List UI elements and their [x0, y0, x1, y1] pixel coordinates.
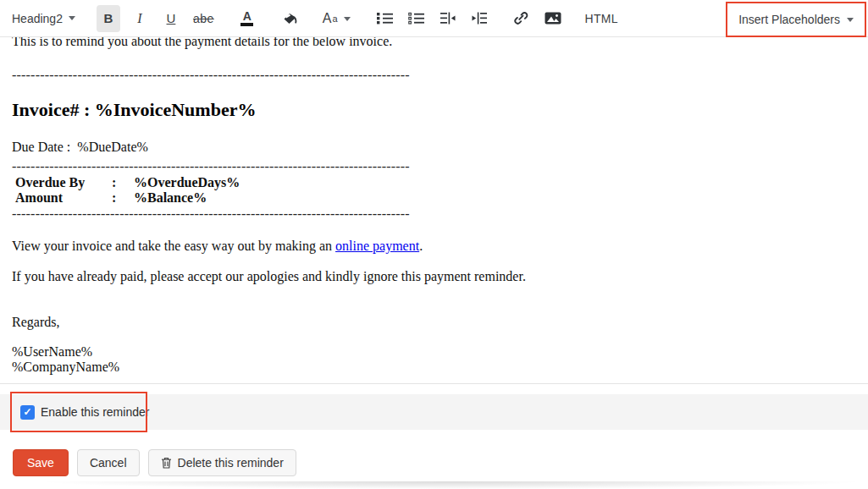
fill-color-button[interactable]	[278, 5, 301, 32]
overdue-label: Overdue By	[15, 175, 112, 190]
bold-button[interactable]: B	[97, 5, 120, 32]
save-button[interactable]: Save	[13, 449, 69, 476]
insert-placeholders-button[interactable]: Insert Placeholders	[727, 13, 865, 26]
delete-reminder-label: Delete this reminder	[178, 457, 284, 469]
chevron-down-icon	[344, 17, 351, 21]
invoice-heading: Invoice# : %InvoiceNumber%	[12, 99, 856, 120]
divider-line: ----------------------------------------…	[12, 208, 410, 219]
divider-line: ----------------------------------------…	[12, 69, 410, 80]
italic-button[interactable]: I	[128, 5, 152, 32]
overdue-table: Overdue By : %OverdueDays% Amount : %Bal…	[12, 175, 856, 206]
ordered-list-icon	[408, 12, 424, 25]
view-invoice-line: View your invoice and take the easy way …	[12, 238, 856, 254]
font-size-icon: A a	[323, 12, 351, 25]
online-payment-link[interactable]: online payment	[335, 239, 419, 253]
insert-placeholders-label: Insert Placeholders	[738, 13, 840, 26]
bullet-list-button[interactable]	[373, 5, 397, 32]
insert-image-button[interactable]	[541, 5, 565, 32]
font-size-select[interactable]: A a	[320, 5, 355, 32]
underline-button[interactable]: U	[159, 5, 183, 32]
heading-style-label: Heading2	[12, 12, 63, 25]
insert-placeholders-annotation: Insert Placeholders	[726, 2, 866, 37]
outdent-icon	[440, 12, 456, 25]
enable-reminder-checkbox[interactable]: ✓	[20, 405, 35, 420]
editor-toolbar: Heading2 B I U abe A	[0, 0, 868, 37]
paint-bucket-icon	[282, 11, 297, 25]
overdue-value: %OverdueDays%	[134, 175, 240, 190]
amount-row: Amount : %Balance%	[15, 190, 856, 206]
amount-value: %Balance%	[134, 190, 207, 206]
chevron-down-icon	[847, 18, 854, 22]
image-icon	[545, 12, 561, 25]
indent-icon	[472, 12, 487, 25]
reminder-template-editor: Heading2 B I U abe A	[0, 0, 868, 489]
html-source-button[interactable]: HTML	[572, 5, 621, 32]
chevron-down-icon	[69, 16, 75, 20]
due-date-line: Due Date : %DueDate%	[12, 140, 856, 155]
username-placeholder: %UserName%	[12, 344, 856, 360]
companyname-placeholder: %CompanyName%	[12, 360, 856, 375]
bullet-list-icon	[377, 12, 393, 25]
overdue-row: Overdue By : %OverdueDays%	[15, 175, 856, 190]
indent-button[interactable]	[467, 5, 491, 32]
template-body-editor[interactable]: This is to remind you about the payment …	[0, 37, 868, 384]
amount-label: Amount	[15, 190, 112, 206]
trash-icon	[161, 457, 172, 469]
enable-reminder-toggle[interactable]: ✓ Enable this reminder	[20, 405, 149, 420]
regards-line: Regards,	[12, 314, 856, 330]
ordered-list-button[interactable]	[405, 5, 428, 32]
intro-line: This is to remind you about the payment …	[12, 37, 856, 49]
heading-style-select[interactable]: Heading2	[12, 12, 75, 25]
strikethrough-button[interactable]: abe	[191, 5, 217, 32]
enable-reminder-strip: ✓ Enable this reminder	[0, 394, 868, 430]
divider-line: ----------------------------------------…	[12, 161, 410, 172]
font-color-icon: A	[240, 10, 253, 26]
font-color-button[interactable]: A	[235, 5, 259, 32]
check-icon: ✓	[23, 407, 31, 417]
already-paid-line: If you have already paid, please accept …	[12, 268, 856, 284]
panel-bottom-shadow	[47, 481, 855, 489]
cancel-button[interactable]: Cancel	[77, 449, 140, 476]
enable-reminder-label: Enable this reminder	[41, 405, 149, 419]
delete-reminder-button[interactable]: Delete this reminder	[148, 449, 296, 476]
link-icon	[513, 11, 529, 25]
action-bar: Save Cancel Delete this reminder	[13, 449, 868, 476]
insert-link-button[interactable]	[510, 5, 534, 32]
outdent-button[interactable]	[436, 5, 460, 32]
